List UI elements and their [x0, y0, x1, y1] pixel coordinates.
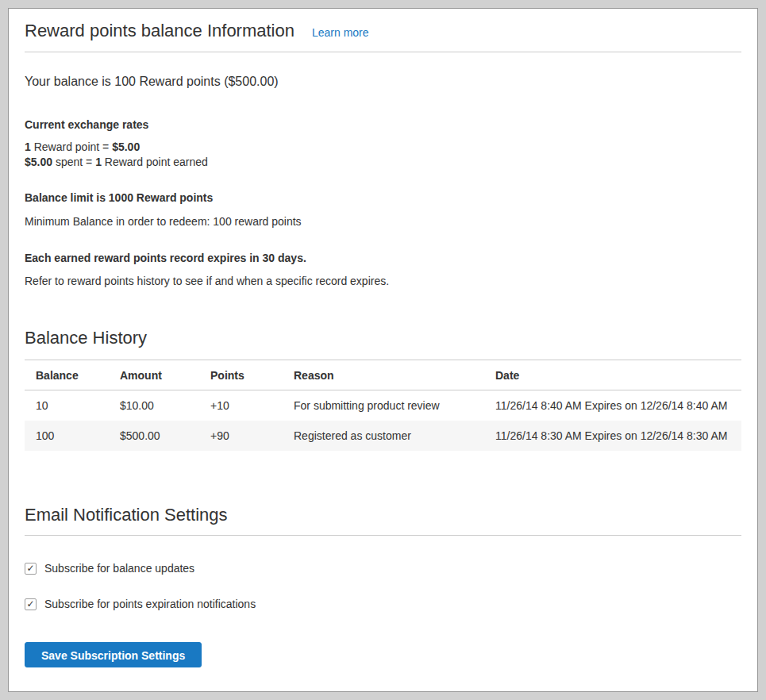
- cell-date: 11/26/14 8:40 AM Expires on 12/26/14 8:4…: [495, 390, 741, 421]
- subscribe-balance-updates-checkbox[interactable]: ✓: [25, 563, 37, 575]
- table-header-row: Balance Amount Points Reason Date: [25, 360, 741, 390]
- cell-reason: For submitting product review: [294, 390, 495, 421]
- col-header-balance: Balance: [25, 360, 120, 390]
- learn-more-link[interactable]: Learn more: [312, 26, 369, 39]
- save-subscription-settings-button[interactable]: Save Subscription Settings: [25, 642, 202, 667]
- cell-balance: 100: [25, 421, 120, 451]
- rate-points-value: 1: [25, 140, 31, 153]
- cell-amount: $500.00: [120, 421, 210, 451]
- page-title: Reward points balance Information: [25, 20, 294, 42]
- cell-date: 11/26/14 8:30 AM Expires on 12/26/14 8:3…: [495, 421, 741, 451]
- earned-points-value: 1: [95, 156, 102, 168]
- page-header: Reward points balance Information Learn …: [25, 20, 741, 52]
- exchange-rates: 1 Reward point = $5.00 $5.00 spent = 1 R…: [25, 140, 741, 170]
- rate-point-to-currency: 1 Reward point = $5.00: [25, 140, 741, 155]
- subscribe-expiration-notifications-row: ✓ Subscribe for points expiration notifi…: [25, 598, 741, 610]
- exchange-rates-heading: Current exchange rates: [25, 117, 741, 133]
- cell-points: +10: [210, 390, 294, 421]
- email-settings-heading: Email Notification Settings: [25, 505, 228, 525]
- col-header-points: Points: [210, 360, 294, 390]
- table-row: 10 $10.00 +10 For submitting product rev…: [25, 390, 741, 421]
- rate-middle-text: Reward point =: [31, 140, 112, 153]
- cell-amount: $10.00: [120, 390, 210, 421]
- table-row: 100 $500.00 +90 Registered as customer 1…: [25, 421, 741, 451]
- expiry-note-text: Refer to reward points history to see if…: [25, 273, 741, 289]
- reward-points-panel: Reward points balance Information Learn …: [8, 8, 758, 692]
- cell-reason: Registered as customer: [294, 421, 495, 451]
- balance-history-table: Balance Amount Points Reason Date 10 $10…: [25, 360, 741, 451]
- cell-points: +90: [210, 421, 294, 451]
- col-header-reason: Reason: [294, 360, 495, 390]
- subscribe-balance-updates-label[interactable]: Subscribe for balance updates: [44, 562, 194, 575]
- subscribe-balance-updates-row: ✓ Subscribe for balance updates: [25, 562, 741, 575]
- spend-amount-value: $5.00: [25, 156, 52, 168]
- col-header-date: Date: [495, 360, 741, 390]
- expiry-text: Each earned reward points record expires…: [25, 250, 741, 266]
- balance-summary: Your balance is 100 Reward points ($500.…: [25, 73, 741, 90]
- cell-balance: 10: [25, 390, 120, 421]
- balance-history-heading: Balance History: [25, 327, 741, 349]
- col-header-amount: Amount: [120, 360, 210, 390]
- email-settings-header: Email Notification Settings: [25, 504, 741, 536]
- earned-tail-text: Reward point earned: [102, 156, 208, 168]
- rate-currency-to-point: $5.00 spent = 1 Reward point earned: [25, 155, 741, 170]
- balance-limit-text: Balance limit is 1000 Reward points: [25, 190, 741, 206]
- spend-middle-text: spent =: [52, 156, 95, 168]
- rate-amount-value: $5.00: [112, 140, 140, 153]
- subscribe-expiration-notifications-checkbox[interactable]: ✓: [25, 598, 37, 610]
- subscribe-expiration-notifications-label[interactable]: Subscribe for points expiration notifica…: [44, 598, 256, 610]
- min-redeem-text: Minimum Balance in order to redeem: 100 …: [25, 213, 741, 229]
